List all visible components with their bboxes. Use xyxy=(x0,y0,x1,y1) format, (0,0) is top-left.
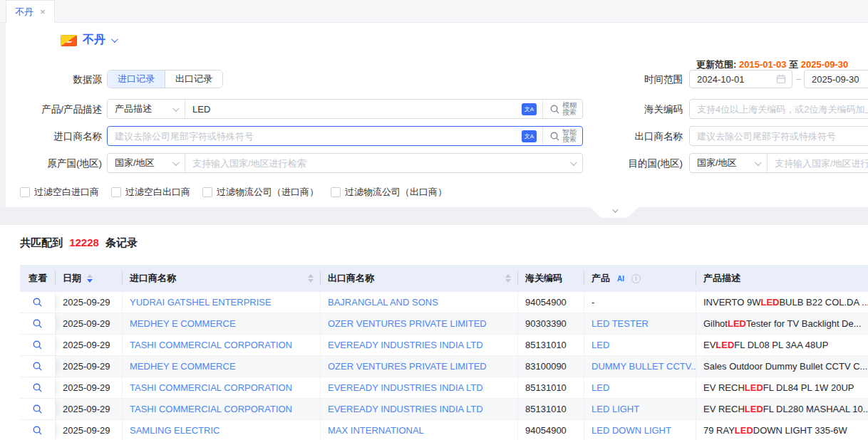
description-cell: Gilhot LED Tester for TV Backlight De... xyxy=(696,313,868,334)
results-table: 查看 日期 进口商名称 出口商名称 海关编码 产品 AI i 产品描述 2025… xyxy=(20,265,868,440)
exporter-link[interactable]: OZER VENTURES PRIVATE LIMITED xyxy=(321,313,518,334)
exporter-link[interactable]: EVEREADY INDUSTRIES INDIA LTD xyxy=(321,377,518,398)
filter-checkbox-2[interactable]: 过滤物流公司（进口商） xyxy=(202,186,319,199)
filter-checkbox-1[interactable]: 过滤空白出口商 xyxy=(111,186,190,199)
exporter-link[interactable]: OZER VENTURES PRIVATE LIMITED xyxy=(321,356,518,377)
highlighted-keyword: LED xyxy=(735,425,753,436)
page-title: 不丹 xyxy=(83,33,105,48)
date-cell: 2025-09-29 xyxy=(56,377,123,398)
destination-select-value: 国家/地区 xyxy=(697,157,737,169)
view-record-button[interactable] xyxy=(20,420,56,440)
filter-checkbox-label: 过滤空白出口商 xyxy=(125,186,190,199)
importer-link[interactable]: MEDHEY E COMMERCE xyxy=(123,313,321,334)
view-magnifier-icon xyxy=(32,404,43,414)
exporter-input[interactable] xyxy=(690,127,868,145)
filter-checkbox-3[interactable]: 过滤物流公司（出口商） xyxy=(331,186,447,199)
date-end-input[interactable] xyxy=(812,74,868,85)
country-header[interactable]: 不丹 xyxy=(61,33,116,48)
importer-link[interactable]: MEDHEY E COMMERCE xyxy=(123,356,321,377)
product-cell[interactable]: DUMMY BULLET CCTV... xyxy=(584,356,696,377)
importer-link[interactable]: TASHI COMMERCIAL CORPORATION xyxy=(123,335,321,355)
product-search-input[interactable] xyxy=(185,100,522,118)
exporter-link[interactable]: BAJRANGLAL AND SONS xyxy=(321,292,518,313)
result-count: 共匹配到 12228 条记录 xyxy=(20,236,138,250)
destination-country-select[interactable]: 国家/地区 xyxy=(690,154,767,172)
section-divider xyxy=(0,207,868,225)
col-header-date[interactable]: 日期 xyxy=(56,265,123,292)
import-records-tab[interactable]: 进口记录 xyxy=(108,70,165,88)
col-header-importer[interactable]: 进口商名称 xyxy=(123,265,321,292)
sort-importer-icon[interactable] xyxy=(308,274,314,283)
product-cell[interactable]: LED DOWN LIGHT xyxy=(584,420,696,440)
importer-link[interactable]: SAMLING ELECTRIC xyxy=(123,420,321,440)
origin-country-group: 国家/地区 xyxy=(107,153,583,173)
date-cell: 2025-09-29 xyxy=(56,313,123,334)
view-magnifier-icon xyxy=(32,382,43,393)
col-header-view: 查看 xyxy=(20,265,56,292)
product-cell[interactable]: LED TESTER xyxy=(584,313,696,334)
checkbox-icon[interactable] xyxy=(202,187,212,197)
checkbox-icon[interactable] xyxy=(331,187,341,197)
importer-link[interactable]: YUDRAI GATSHEL ENTERPRISE xyxy=(123,292,321,313)
exporter-link[interactable]: MAX INTERNATIONAL xyxy=(321,420,518,440)
sort-exporter-icon[interactable] xyxy=(505,274,511,283)
date-start-field[interactable] xyxy=(689,70,792,88)
product-cell[interactable]: LED xyxy=(584,335,696,355)
exporter-link[interactable]: EVEREADY INDUSTRIES INDIA LTD xyxy=(321,335,518,355)
product-type-select[interactable]: 产品描述 xyxy=(108,100,185,118)
chevron-down-icon[interactable] xyxy=(111,36,118,43)
results-table-body: 2025-09-29YUDRAI GATSHEL ENTERPRISEBAJRA… xyxy=(20,292,868,440)
description-cell: Sales Outdoor Dummy Bullet CCTV C... xyxy=(696,356,868,377)
filter-checkbox-0[interactable]: 过滤空白进口商 xyxy=(20,186,99,199)
col-header-exporter[interactable]: 出口商名称 xyxy=(321,265,518,292)
product-cell[interactable]: LED xyxy=(584,377,696,398)
export-records-tab[interactable]: 出口记录 xyxy=(165,70,222,88)
description-cell: 79 RAY LED DOWN LIGHT 335-6W xyxy=(696,420,868,440)
translate-icon[interactable]: 文A xyxy=(522,130,537,142)
importer-search-input[interactable] xyxy=(108,127,522,145)
date-cell: 2025-09-29 xyxy=(56,399,123,419)
destination-country-input[interactable] xyxy=(768,154,868,172)
hs-code-input[interactable] xyxy=(690,100,868,118)
chevron-down-icon xyxy=(172,159,180,166)
count-suffix: 条记录 xyxy=(105,236,138,248)
time-range-label: 时间范围 xyxy=(540,73,683,86)
origin-country-select[interactable]: 国家/地区 xyxy=(108,154,185,172)
importer-link[interactable]: TASHI COMMERCIAL CORPORATION xyxy=(123,399,321,419)
date-start-input[interactable] xyxy=(697,74,776,85)
date-end-field[interactable] xyxy=(804,70,868,88)
product-cell: - xyxy=(584,292,696,313)
col-header-description: 产品描述 xyxy=(696,265,868,292)
view-record-button[interactable] xyxy=(20,292,56,313)
importer-search-group: 文A 智能 搜索 xyxy=(107,126,583,146)
tab-bar: 不丹 × xyxy=(0,0,868,23)
date-cell: 2025-09-29 xyxy=(56,420,123,440)
view-record-button[interactable] xyxy=(20,356,56,377)
table-row: 2025-09-29MEDHEY E COMMERCEOZER VENTURES… xyxy=(20,356,868,377)
importer-link[interactable]: TASHI COMMERCIAL CORPORATION xyxy=(123,377,321,398)
highlighted-keyword: LED xyxy=(745,404,763,414)
checkbox-icon[interactable] xyxy=(111,187,121,197)
chevron-down-icon xyxy=(172,105,180,112)
translate-icon[interactable]: 文A xyxy=(522,103,537,115)
hs-code-field[interactable] xyxy=(689,99,868,119)
exporter-field[interactable] xyxy=(689,126,868,146)
chevron-down-icon xyxy=(755,159,762,166)
view-record-button[interactable] xyxy=(20,399,56,419)
filter-checkbox-label: 过滤空白进口商 xyxy=(34,186,99,199)
tab-close-icon[interactable]: × xyxy=(40,6,46,17)
sort-date-icon[interactable] xyxy=(87,274,93,283)
view-record-button[interactable] xyxy=(20,377,56,398)
exporter-link[interactable]: EVEREADY INDUSTRIES INDIA LTD xyxy=(321,399,518,419)
view-record-button[interactable] xyxy=(20,313,56,334)
info-icon[interactable]: i xyxy=(631,274,641,283)
checkbox-icon[interactable] xyxy=(20,187,30,197)
product-cell[interactable]: LED LIGHT xyxy=(584,399,696,419)
view-record-button[interactable] xyxy=(20,335,56,355)
origin-country-input[interactable] xyxy=(185,154,570,172)
hs-code-cell: 85131010 xyxy=(518,399,584,419)
product-label: 产品/产品描述 xyxy=(0,103,102,116)
hs-code-cell: 85131010 xyxy=(518,377,584,398)
tab-bhutan[interactable]: 不丹 × xyxy=(6,0,55,23)
count-prefix: 共匹配到 xyxy=(20,236,63,248)
